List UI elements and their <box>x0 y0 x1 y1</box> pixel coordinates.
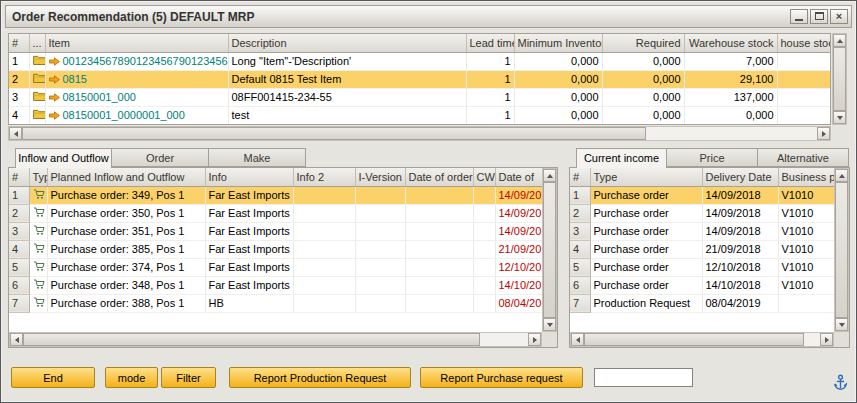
lead-time-cell[interactable]: 1 <box>466 52 514 70</box>
type-cell[interactable]: Production Request <box>590 294 702 312</box>
column-header[interactable]: # <box>9 34 29 52</box>
warehouse-stock-cell[interactable]: 137,000 <box>684 88 777 106</box>
inflow-row[interactable]: 2 Purchase order: 350, Pos 1 Far East Im… <box>9 204 542 222</box>
type-icon-cell[interactable] <box>29 204 47 222</box>
type-icon-cell[interactable] <box>29 186 47 204</box>
row-number-cell[interactable]: 2 <box>9 204 29 222</box>
info2-cell[interactable] <box>293 294 355 312</box>
date-cell[interactable]: 14/10/2018 <box>495 276 542 294</box>
minimum-inventory-cell[interactable]: 0,000 <box>514 70 602 88</box>
business-partner-cell[interactable]: V1010 <box>778 222 834 240</box>
delivery-date-cell[interactable]: 14/10/2018 <box>702 276 778 294</box>
cw-cell[interactable] <box>473 186 495 204</box>
scroll-right-button[interactable] <box>817 127 830 140</box>
scrollbar-thumb[interactable] <box>23 333 480 346</box>
row-number-cell[interactable]: 6 <box>9 276 29 294</box>
report-purchase-request-button[interactable]: Report Purchase request <box>420 367 583 388</box>
warehouse-stock-cell[interactable]: 0,000 <box>684 106 777 124</box>
info2-cell[interactable] <box>293 240 355 258</box>
business-partner-cell[interactable] <box>778 294 834 312</box>
column-header[interactable]: Lead time <box>466 34 514 52</box>
top-table-horizontal-scrollbar[interactable] <box>8 126 831 141</box>
type-icon-cell[interactable] <box>29 222 47 240</box>
row-number-cell[interactable]: 7 <box>570 294 590 312</box>
info-cell[interactable]: Far East Imports <box>205 240 293 258</box>
footer-input[interactable] <box>594 368 693 387</box>
cw-cell[interactable] <box>473 240 495 258</box>
item-cell[interactable]: 0815 <box>45 70 228 88</box>
column-header[interactable]: # <box>9 168 29 186</box>
row-number-cell[interactable]: 4 <box>9 240 29 258</box>
column-header[interactable]: Typ <box>29 168 47 186</box>
column-header[interactable]: Planned Inflow and Outflow <box>47 168 205 186</box>
anchor-icon[interactable] <box>832 373 850 393</box>
item-row[interactable]: 2 0815 Default 0815 Test Item 1 0,000 0,… <box>9 70 831 88</box>
row-number-cell[interactable]: 2 <box>9 70 29 88</box>
scroll-right-button[interactable] <box>528 333 541 346</box>
tab-alternative[interactable]: Alternative <box>758 148 849 167</box>
row-number-cell[interactable]: 2 <box>570 204 590 222</box>
top-table-vertical-scrollbar[interactable] <box>832 33 847 125</box>
scroll-up-button[interactable] <box>835 169 848 182</box>
income-row[interactable]: 3 Purchase order 14/09/2018 V1010 <box>570 222 834 240</box>
tab-price[interactable]: Price <box>667 148 758 167</box>
type-icon-cell[interactable] <box>29 258 47 276</box>
date-of-order-cell[interactable] <box>405 222 473 240</box>
date-cell[interactable]: 12/10/2018 <box>495 258 542 276</box>
titlebar[interactable]: Order Recommendation (5) DEFAULT MRP × <box>5 5 852 28</box>
link-arrow-icon[interactable] <box>49 92 60 104</box>
tab-inflow-and-outflow[interactable]: Inflow and Outflow <box>15 148 112 168</box>
item-row[interactable]: 4 08150001_0000001_000 test 1 0,000 0,00… <box>9 106 831 124</box>
cw-cell[interactable] <box>473 294 495 312</box>
maximize-button[interactable] <box>810 9 828 24</box>
column-header[interactable]: Warehouse stock <box>684 34 777 52</box>
info2-cell[interactable] <box>293 186 355 204</box>
planned-inflow-outflow-cell[interactable]: Purchase order: 351, Pos 1 <box>47 222 205 240</box>
info2-cell[interactable] <box>293 258 355 276</box>
link-arrow-icon[interactable] <box>49 74 60 86</box>
report-production-request-button[interactable]: Report Production Request <box>229 367 411 388</box>
tab-order[interactable]: Order <box>112 148 209 167</box>
iversion-cell[interactable] <box>355 294 405 312</box>
inflow-row[interactable]: 6 Purchase order: 348, Pos 1 Far East Im… <box>9 276 542 294</box>
delivery-date-cell[interactable]: 14/09/2018 <box>702 186 778 204</box>
income-horizontal-scrollbar[interactable] <box>570 332 834 347</box>
filter-button[interactable]: Filter <box>161 367 216 388</box>
planned-inflow-outflow-cell[interactable]: Purchase order: 374, Pos 1 <box>47 258 205 276</box>
warehouse-stock-cell[interactable]: 7,000 <box>684 52 777 70</box>
row-number-cell[interactable]: 1 <box>9 52 29 70</box>
row-number-cell[interactable]: 6 <box>570 276 590 294</box>
income-row[interactable]: 2 Purchase order 14/09/2018 V1010 <box>570 204 834 222</box>
info-cell[interactable]: Far East Imports <box>205 258 293 276</box>
row-number-cell[interactable]: 3 <box>9 222 29 240</box>
lead-time-cell[interactable]: 1 <box>466 88 514 106</box>
minimum-inventory-cell[interactable]: 0,000 <box>514 52 602 70</box>
income-row[interactable]: 4 Purchase order 21/09/2018 V1010 <box>570 240 834 258</box>
close-button[interactable]: × <box>830 9 848 24</box>
item-row[interactable]: 1 00123456789012345679012345679 Long "It… <box>9 52 831 70</box>
column-header[interactable]: Date of order <box>405 168 473 186</box>
column-header[interactable]: # <box>570 168 590 186</box>
column-header[interactable]: Required <box>602 34 684 52</box>
date-cell[interactable]: 14/09/2018 <box>495 186 542 204</box>
date-of-order-cell[interactable] <box>405 294 473 312</box>
row-number-cell[interactable]: 5 <box>9 258 29 276</box>
delivery-date-cell[interactable]: 14/09/2018 <box>702 204 778 222</box>
folder-cell[interactable] <box>29 52 45 70</box>
row-number-cell[interactable]: 5 <box>570 258 590 276</box>
tab-current-income[interactable]: Current income <box>576 148 667 168</box>
column-header[interactable]: Type <box>590 168 702 186</box>
info-cell[interactable]: HB <box>205 294 293 312</box>
item-cell[interactable]: 08150001_000 <box>45 88 228 106</box>
iversion-cell[interactable] <box>355 258 405 276</box>
business-partner-cell[interactable]: V1010 <box>778 186 834 204</box>
info2-cell[interactable] <box>293 222 355 240</box>
minimum-inventory-cell[interactable]: 0,000 <box>514 88 602 106</box>
inflow-row[interactable]: 4 Purchase order: 385, Pos 1 Far East Im… <box>9 240 542 258</box>
item-code[interactable]: 08150001_0000001_000 <box>63 109 185 121</box>
income-row[interactable]: 5 Purchase order 12/10/2018 V1010 <box>570 258 834 276</box>
iversion-cell[interactable] <box>355 240 405 258</box>
info2-cell[interactable] <box>293 276 355 294</box>
folder-cell[interactable] <box>29 106 45 124</box>
row-number-cell[interactable]: 3 <box>570 222 590 240</box>
